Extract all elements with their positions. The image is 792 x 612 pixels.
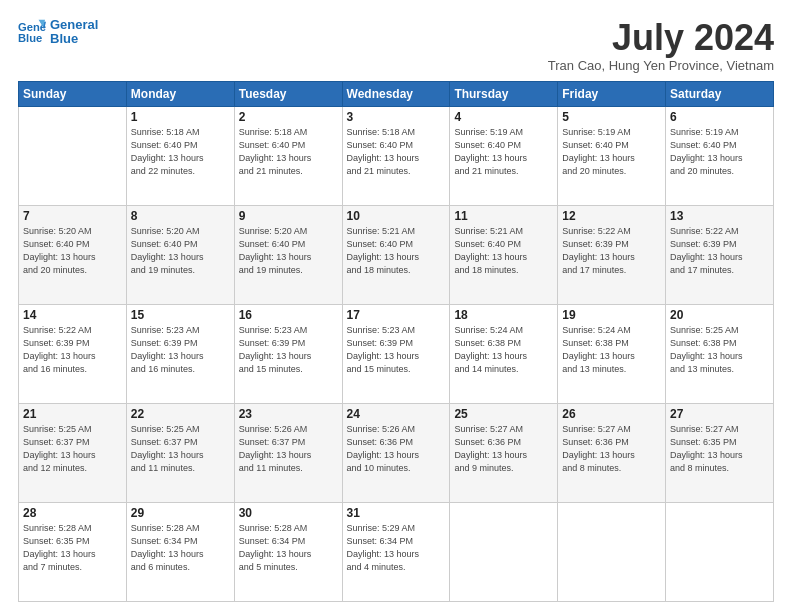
calendar-week-row: 28Sunrise: 5:28 AM Sunset: 6:35 PM Dayli… [19, 502, 774, 601]
day-number: 17 [347, 308, 446, 322]
table-row: 26Sunrise: 5:27 AM Sunset: 6:36 PM Dayli… [558, 403, 666, 502]
day-info: Sunrise: 5:18 AM Sunset: 6:40 PM Dayligh… [347, 126, 446, 178]
day-info: Sunrise: 5:18 AM Sunset: 6:40 PM Dayligh… [239, 126, 338, 178]
table-row: 18Sunrise: 5:24 AM Sunset: 6:38 PM Dayli… [450, 304, 558, 403]
table-row: 6Sunrise: 5:19 AM Sunset: 6:40 PM Daylig… [666, 106, 774, 205]
day-info: Sunrise: 5:25 AM Sunset: 6:37 PM Dayligh… [131, 423, 230, 475]
day-info: Sunrise: 5:19 AM Sunset: 6:40 PM Dayligh… [670, 126, 769, 178]
header-monday: Monday [126, 81, 234, 106]
day-info: Sunrise: 5:19 AM Sunset: 6:40 PM Dayligh… [454, 126, 553, 178]
table-row: 17Sunrise: 5:23 AM Sunset: 6:39 PM Dayli… [342, 304, 450, 403]
header-friday: Friday [558, 81, 666, 106]
table-row: 4Sunrise: 5:19 AM Sunset: 6:40 PM Daylig… [450, 106, 558, 205]
calendar-week-row: 14Sunrise: 5:22 AM Sunset: 6:39 PM Dayli… [19, 304, 774, 403]
header-tuesday: Tuesday [234, 81, 342, 106]
day-info: Sunrise: 5:21 AM Sunset: 6:40 PM Dayligh… [347, 225, 446, 277]
day-info: Sunrise: 5:20 AM Sunset: 6:40 PM Dayligh… [131, 225, 230, 277]
logo-line1: General [50, 18, 98, 32]
table-row [666, 502, 774, 601]
day-info: Sunrise: 5:21 AM Sunset: 6:40 PM Dayligh… [454, 225, 553, 277]
table-row: 11Sunrise: 5:21 AM Sunset: 6:40 PM Dayli… [450, 205, 558, 304]
header: General Blue General Blue July 2024 Tran… [18, 18, 774, 73]
day-number: 5 [562, 110, 661, 124]
day-number: 9 [239, 209, 338, 223]
page: General Blue General Blue July 2024 Tran… [0, 0, 792, 612]
table-row: 12Sunrise: 5:22 AM Sunset: 6:39 PM Dayli… [558, 205, 666, 304]
day-number: 31 [347, 506, 446, 520]
table-row: 7Sunrise: 5:20 AM Sunset: 6:40 PM Daylig… [19, 205, 127, 304]
day-info: Sunrise: 5:23 AM Sunset: 6:39 PM Dayligh… [131, 324, 230, 376]
table-row: 20Sunrise: 5:25 AM Sunset: 6:38 PM Dayli… [666, 304, 774, 403]
day-number: 30 [239, 506, 338, 520]
day-info: Sunrise: 5:18 AM Sunset: 6:40 PM Dayligh… [131, 126, 230, 178]
page-subtitle: Tran Cao, Hung Yen Province, Vietnam [548, 58, 774, 73]
table-row: 24Sunrise: 5:26 AM Sunset: 6:36 PM Dayli… [342, 403, 450, 502]
calendar-header-row: Sunday Monday Tuesday Wednesday Thursday… [19, 81, 774, 106]
day-number: 19 [562, 308, 661, 322]
table-row [450, 502, 558, 601]
table-row: 1Sunrise: 5:18 AM Sunset: 6:40 PM Daylig… [126, 106, 234, 205]
table-row: 8Sunrise: 5:20 AM Sunset: 6:40 PM Daylig… [126, 205, 234, 304]
day-number: 18 [454, 308, 553, 322]
day-info: Sunrise: 5:22 AM Sunset: 6:39 PM Dayligh… [23, 324, 122, 376]
table-row: 16Sunrise: 5:23 AM Sunset: 6:39 PM Dayli… [234, 304, 342, 403]
table-row: 30Sunrise: 5:28 AM Sunset: 6:34 PM Dayli… [234, 502, 342, 601]
day-info: Sunrise: 5:20 AM Sunset: 6:40 PM Dayligh… [239, 225, 338, 277]
day-number: 6 [670, 110, 769, 124]
logo-line2: Blue [50, 32, 98, 46]
day-info: Sunrise: 5:25 AM Sunset: 6:38 PM Dayligh… [670, 324, 769, 376]
table-row: 21Sunrise: 5:25 AM Sunset: 6:37 PM Dayli… [19, 403, 127, 502]
day-number: 15 [131, 308, 230, 322]
table-row: 25Sunrise: 5:27 AM Sunset: 6:36 PM Dayli… [450, 403, 558, 502]
day-number: 10 [347, 209, 446, 223]
day-number: 26 [562, 407, 661, 421]
day-info: Sunrise: 5:24 AM Sunset: 6:38 PM Dayligh… [562, 324, 661, 376]
day-info: Sunrise: 5:27 AM Sunset: 6:36 PM Dayligh… [562, 423, 661, 475]
logo: General Blue General Blue [18, 18, 98, 47]
header-saturday: Saturday [666, 81, 774, 106]
day-number: 22 [131, 407, 230, 421]
day-info: Sunrise: 5:25 AM Sunset: 6:37 PM Dayligh… [23, 423, 122, 475]
day-info: Sunrise: 5:27 AM Sunset: 6:36 PM Dayligh… [454, 423, 553, 475]
table-row [558, 502, 666, 601]
day-number: 23 [239, 407, 338, 421]
day-number: 1 [131, 110, 230, 124]
header-wednesday: Wednesday [342, 81, 450, 106]
day-info: Sunrise: 5:27 AM Sunset: 6:35 PM Dayligh… [670, 423, 769, 475]
calendar-table: Sunday Monday Tuesday Wednesday Thursday… [18, 81, 774, 602]
table-row: 9Sunrise: 5:20 AM Sunset: 6:40 PM Daylig… [234, 205, 342, 304]
table-row: 19Sunrise: 5:24 AM Sunset: 6:38 PM Dayli… [558, 304, 666, 403]
table-row: 10Sunrise: 5:21 AM Sunset: 6:40 PM Dayli… [342, 205, 450, 304]
day-number: 4 [454, 110, 553, 124]
table-row: 2Sunrise: 5:18 AM Sunset: 6:40 PM Daylig… [234, 106, 342, 205]
day-info: Sunrise: 5:28 AM Sunset: 6:35 PM Dayligh… [23, 522, 122, 574]
day-number: 29 [131, 506, 230, 520]
table-row: 22Sunrise: 5:25 AM Sunset: 6:37 PM Dayli… [126, 403, 234, 502]
day-info: Sunrise: 5:28 AM Sunset: 6:34 PM Dayligh… [239, 522, 338, 574]
logo-icon: General Blue [18, 18, 46, 46]
day-number: 21 [23, 407, 122, 421]
day-info: Sunrise: 5:22 AM Sunset: 6:39 PM Dayligh… [562, 225, 661, 277]
day-info: Sunrise: 5:23 AM Sunset: 6:39 PM Dayligh… [347, 324, 446, 376]
calendar-week-row: 7Sunrise: 5:20 AM Sunset: 6:40 PM Daylig… [19, 205, 774, 304]
table-row: 13Sunrise: 5:22 AM Sunset: 6:39 PM Dayli… [666, 205, 774, 304]
day-number: 16 [239, 308, 338, 322]
day-number: 27 [670, 407, 769, 421]
header-sunday: Sunday [19, 81, 127, 106]
day-info: Sunrise: 5:23 AM Sunset: 6:39 PM Dayligh… [239, 324, 338, 376]
day-info: Sunrise: 5:20 AM Sunset: 6:40 PM Dayligh… [23, 225, 122, 277]
table-row: 31Sunrise: 5:29 AM Sunset: 6:34 PM Dayli… [342, 502, 450, 601]
day-number: 11 [454, 209, 553, 223]
table-row: 29Sunrise: 5:28 AM Sunset: 6:34 PM Dayli… [126, 502, 234, 601]
day-info: Sunrise: 5:24 AM Sunset: 6:38 PM Dayligh… [454, 324, 553, 376]
day-info: Sunrise: 5:19 AM Sunset: 6:40 PM Dayligh… [562, 126, 661, 178]
day-number: 13 [670, 209, 769, 223]
table-row: 3Sunrise: 5:18 AM Sunset: 6:40 PM Daylig… [342, 106, 450, 205]
table-row: 14Sunrise: 5:22 AM Sunset: 6:39 PM Dayli… [19, 304, 127, 403]
day-info: Sunrise: 5:22 AM Sunset: 6:39 PM Dayligh… [670, 225, 769, 277]
header-thursday: Thursday [450, 81, 558, 106]
day-info: Sunrise: 5:28 AM Sunset: 6:34 PM Dayligh… [131, 522, 230, 574]
day-number: 25 [454, 407, 553, 421]
table-row: 28Sunrise: 5:28 AM Sunset: 6:35 PM Dayli… [19, 502, 127, 601]
table-row: 15Sunrise: 5:23 AM Sunset: 6:39 PM Dayli… [126, 304, 234, 403]
